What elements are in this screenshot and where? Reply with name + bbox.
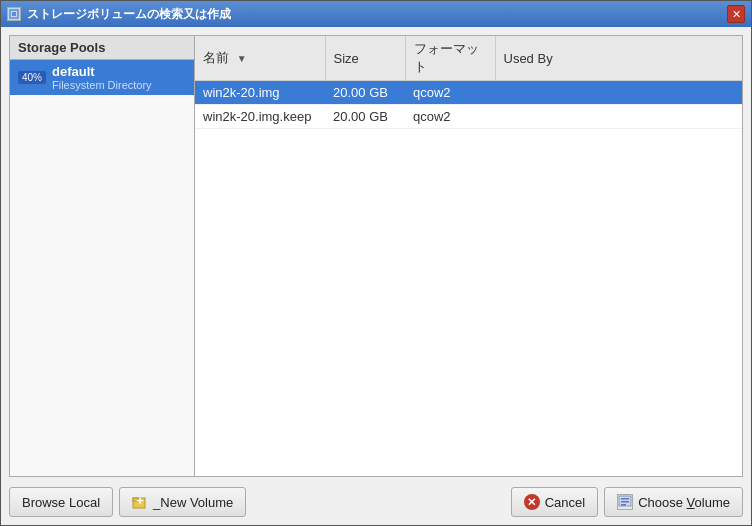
footer: Browse Local + _New Volume [9,483,743,517]
new-volume-button[interactable]: + _New Volume [119,487,246,517]
row-size: 20.00 GB [325,105,405,129]
window-icon [7,7,21,21]
footer-left: Browse Local + _New Volume [9,487,246,517]
title-bar: ストレージボリュームの検索又は作成 ✕ [1,1,751,27]
pool-item-default[interactable]: 40% default Filesystem Directory [10,60,194,95]
table-row[interactable]: win2k-20.img.keep 20.00 GB qcow2 [195,105,742,129]
cancel-label: Cancel [545,495,585,510]
new-volume-label: _New Volume [153,495,233,510]
row-size: 20.00 GB [325,81,405,105]
choose-volume-button[interactable]: Choose Volume [604,487,743,517]
footer-right: ✕ Cancel Choose Volume [511,487,743,517]
table-row[interactable]: win2k-20.img 20.00 GB qcow2 [195,81,742,105]
browse-local-button[interactable]: Browse Local [9,487,113,517]
choose-volume-icon [617,494,633,510]
row-usedby [495,81,742,105]
col-header-size[interactable]: Size [325,36,405,81]
header-row: 名前 ▼ Size フォーマット Used By [195,36,742,81]
close-button[interactable]: ✕ [727,5,745,23]
browse-local-label: Browse Local [22,495,100,510]
pool-name: default [52,64,152,79]
row-name: win2k-20.img.keep [195,105,325,129]
cancel-button[interactable]: ✕ Cancel [511,487,598,517]
main-area: Storage Pools 40% default Filesystem Dir… [9,35,743,477]
new-volume-icon: + [132,494,148,510]
volumes-table: 名前 ▼ Size フォーマット Used By win2k-20.img 20… [195,36,742,129]
title-bar-left: ストレージボリュームの検索又は作成 [7,6,231,23]
volumes-table-body: win2k-20.img 20.00 GB qcow2 win2k-20.img… [195,81,742,129]
row-usedby [495,105,742,129]
col-header-name[interactable]: 名前 ▼ [195,36,325,81]
svg-rect-6 [621,498,629,500]
pool-usage-badge: 40% [18,71,46,84]
svg-rect-8 [621,504,626,506]
main-window: ストレージボリュームの検索又は作成 ✕ Storage Pools 40% de… [0,0,752,526]
volumes-panel: 名前 ▼ Size フォーマット Used By win2k-20.img 20… [195,36,742,476]
col-header-usedby[interactable]: Used By [495,36,742,81]
row-format: qcow2 [405,105,495,129]
window-content: Storage Pools 40% default Filesystem Dir… [1,27,751,525]
svg-text:+: + [136,494,144,508]
cancel-icon: ✕ [524,494,540,510]
sort-arrow-icon: ▼ [237,53,247,64]
svg-rect-7 [621,501,629,503]
svg-rect-1 [12,12,16,16]
row-format: qcow2 [405,81,495,105]
window-title: ストレージボリュームの検索又は作成 [27,6,231,23]
pool-type: Filesystem Directory [52,79,152,91]
choose-volume-label: Choose Volume [638,495,730,510]
row-name: win2k-20.img [195,81,325,105]
volumes-table-header: 名前 ▼ Size フォーマット Used By [195,36,742,81]
storage-pools-header: Storage Pools [10,36,194,60]
storage-pools-panel: Storage Pools 40% default Filesystem Dir… [10,36,195,476]
pool-info: default Filesystem Directory [52,64,152,91]
col-header-format[interactable]: フォーマット [405,36,495,81]
